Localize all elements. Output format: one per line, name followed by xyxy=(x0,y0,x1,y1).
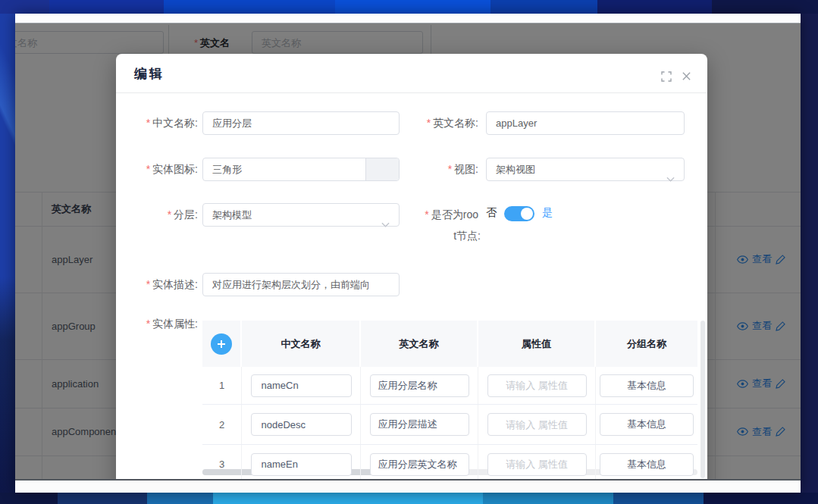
desktop-band-top xyxy=(0,0,818,14)
required-asterisk: * xyxy=(168,208,171,221)
attribute-table: 中文名称 英文名称 属性值 分组名称 1 2 xyxy=(202,321,697,479)
entity-icon-label: *实体图标: xyxy=(116,163,198,177)
page-viewport: *英文名 英文名称 appLayer 查看 appGroup 查看 xyxy=(15,23,801,479)
window-chrome-top xyxy=(15,14,801,23)
vertical-scrollbar-thumb[interactable] xyxy=(700,321,705,478)
row-number: 2 xyxy=(219,419,224,430)
chevron-down-icon xyxy=(381,213,390,235)
attribute-row: 2 xyxy=(202,405,697,445)
entity-attrs-label: *实体属性: xyxy=(116,318,198,331)
attribute-table-header: 中文名称 英文名称 属性值 分组名称 xyxy=(202,321,697,367)
add-attribute-button[interactable] xyxy=(211,333,232,355)
view-label: *视图: xyxy=(390,163,478,177)
entity-desc-input[interactable] xyxy=(202,273,400,296)
entity-icon-input[interactable]: 三角形 xyxy=(202,158,400,181)
required-asterisk: * xyxy=(146,278,150,290)
attr-en-input[interactable] xyxy=(370,374,469,397)
attribute-row: 3 xyxy=(202,445,697,479)
col-header-group-name: 分组名称 xyxy=(596,321,697,367)
window-chrome-bottom xyxy=(15,479,801,493)
attribute-row: 1 xyxy=(202,367,697,405)
browser-window: *英文名 英文名称 appLayer 查看 appGroup 查看 xyxy=(15,14,801,493)
attr-en-input[interactable] xyxy=(370,413,469,436)
attr-en-input[interactable] xyxy=(370,453,469,476)
is-root-label-line2: t节点: xyxy=(390,230,481,243)
edit-dialog: 编辑 *中文名称: *英文名称: *实体图标: 三角形 *视图: 架构视图 * xyxy=(116,54,707,479)
attr-cn-input[interactable] xyxy=(251,413,352,436)
required-asterisk: * xyxy=(427,117,431,129)
required-asterisk: * xyxy=(146,163,150,175)
col-header-attr-value: 属性值 xyxy=(478,321,596,367)
cn-name-label: *中文名称: xyxy=(116,117,198,130)
close-icon[interactable] xyxy=(682,70,691,84)
attr-group-input[interactable] xyxy=(600,413,694,436)
col-header-cn-name: 中文名称 xyxy=(242,321,361,367)
attr-cn-input[interactable] xyxy=(251,453,352,476)
fullscreen-icon[interactable] xyxy=(661,71,672,85)
switch-on-text: 是 xyxy=(542,206,553,220)
attr-value-input[interactable] xyxy=(487,413,587,436)
cn-name-input[interactable] xyxy=(202,111,400,135)
en-name-input[interactable] xyxy=(486,111,685,135)
attr-group-input[interactable] xyxy=(600,453,694,476)
required-asterisk: * xyxy=(425,208,428,221)
row-number: 3 xyxy=(219,459,224,470)
layer-select[interactable]: 架构模型 xyxy=(202,203,400,227)
required-asterisk: * xyxy=(146,117,150,129)
required-asterisk: * xyxy=(448,163,452,175)
attr-value-input[interactable] xyxy=(487,374,587,397)
desktop-band-left xyxy=(0,14,15,493)
col-header-en-name: 英文名称 xyxy=(361,321,478,367)
attr-value-input[interactable] xyxy=(487,453,587,476)
layer-label: *分层: xyxy=(116,208,198,222)
desktop-band-right xyxy=(801,14,818,493)
entity-desc-label: *实体描述: xyxy=(116,278,198,292)
toggle-knob xyxy=(521,208,533,220)
is-root-toggle[interactable] xyxy=(504,206,534,221)
is-root-label-line1: *是否为roo xyxy=(390,208,478,222)
chevron-down-icon xyxy=(666,167,675,189)
desktop-band-bottom xyxy=(0,493,818,504)
attr-cn-input[interactable] xyxy=(251,374,352,397)
switch-off-text: 否 xyxy=(486,206,497,220)
view-select[interactable]: 架构视图 xyxy=(486,158,685,181)
required-asterisk: * xyxy=(146,318,150,330)
dialog-header: 编辑 xyxy=(116,54,707,93)
en-name-label: *英文名称: xyxy=(390,117,478,130)
dialog-title: 编辑 xyxy=(134,65,165,83)
attr-group-input[interactable] xyxy=(600,374,694,397)
row-number: 1 xyxy=(219,380,224,391)
